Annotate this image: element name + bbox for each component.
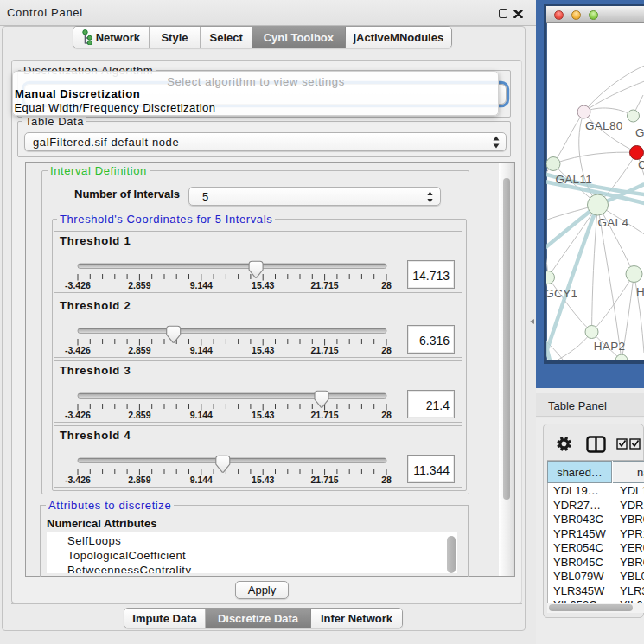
svg-text:28: 28 bbox=[381, 475, 392, 485]
svg-text:21.715: 21.715 bbox=[311, 280, 339, 290]
svg-text:-3.426: -3.426 bbox=[65, 475, 91, 485]
svg-text:2.859: 2.859 bbox=[128, 475, 150, 485]
svg-text:21.715: 21.715 bbox=[311, 345, 339, 355]
svg-text:HAP2: HAP2 bbox=[593, 340, 624, 353]
svg-text:GAL4: GAL4 bbox=[597, 216, 628, 229]
svg-text:28: 28 bbox=[381, 345, 392, 355]
svg-text:28: 28 bbox=[381, 280, 392, 290]
svg-text:9.144: 9.144 bbox=[190, 345, 213, 355]
svg-text:15.43: 15.43 bbox=[252, 475, 274, 485]
svg-text:-3.426: -3.426 bbox=[65, 410, 91, 420]
svg-text:-3.426: -3.426 bbox=[65, 280, 91, 290]
svg-text:GAL80: GAL80 bbox=[585, 119, 623, 132]
svg-text:9.144: 9.144 bbox=[190, 410, 213, 420]
svg-text:-3.426: -3.426 bbox=[65, 345, 91, 355]
svg-text:28: 28 bbox=[381, 410, 392, 420]
svg-text:9.144: 9.144 bbox=[190, 280, 213, 290]
svg-text:21.715: 21.715 bbox=[311, 475, 339, 485]
svg-text:2.859: 2.859 bbox=[128, 410, 150, 420]
svg-text:2.859: 2.859 bbox=[128, 280, 150, 290]
svg-text:15.43: 15.43 bbox=[252, 345, 274, 355]
svg-text:GA: GA bbox=[635, 126, 644, 139]
svg-text:15.43: 15.43 bbox=[252, 280, 274, 290]
svg-text:GAL11: GAL11 bbox=[555, 173, 592, 186]
svg-text:21.715: 21.715 bbox=[311, 410, 339, 420]
svg-text:2.859: 2.859 bbox=[128, 345, 150, 355]
svg-text:GCY1: GCY1 bbox=[546, 287, 577, 300]
svg-text:15.43: 15.43 bbox=[252, 410, 274, 420]
svg-text:H: H bbox=[636, 285, 644, 298]
svg-text:C: C bbox=[638, 158, 644, 171]
svg-text:9.144: 9.144 bbox=[190, 475, 213, 485]
